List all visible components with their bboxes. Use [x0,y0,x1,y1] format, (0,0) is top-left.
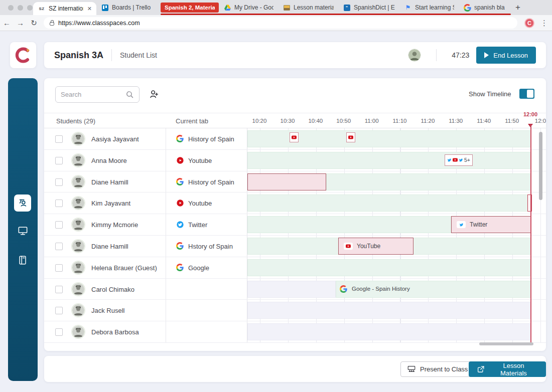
table-row[interactable]: Carol ChimakoGoogle - Spain History [44,279,546,300]
forward-button[interactable]: → [14,19,27,27]
row-checkbox[interactable] [55,264,63,272]
tab-label: Lesson materials - Tea [294,4,334,11]
new-tab-button[interactable]: + [511,0,525,15]
add-student-button[interactable] [149,89,160,102]
tab-favicon-image-icon [283,4,291,12]
timeline-twitter-chip[interactable]: Twitter [451,216,531,233]
search-box[interactable] [55,86,140,103]
back-button[interactable]: ← [0,19,14,27]
table-row[interactable]: Kimmy McmorieTwitterTwitter [44,214,546,236]
row-checkbox[interactable] [55,221,63,229]
current-tab-youtube-icon [176,199,184,207]
table-row[interactable]: Diane HamillHstory of SpainYouTube [44,236,546,257]
browser-tab[interactable]: ⚑Start learning Spanish [399,0,459,15]
timeline-strip [247,128,542,149]
tab-favicon-spanishdict-icon: “ [343,4,351,12]
time-tick-label: 10:30 [281,118,295,124]
timeline-idle-bar [247,302,531,319]
browser-tab[interactable]: “SpanishDict | English t [338,0,399,15]
maximize-window-button[interactable] [27,5,33,11]
row-checkbox[interactable] [55,200,63,207]
student-avatar [71,282,85,296]
timeline-youtube-marker[interactable] [290,132,299,142]
lesson-materials-button[interactable]: Lesson Materials [469,361,546,377]
header-divider-2 [436,49,437,61]
current-tab-cell [166,321,247,342]
table-row[interactable]: Debora Barbosa [44,321,546,343]
table-row[interactable]: Anna MooreYoutube5+ [44,150,546,171]
row-checkbox[interactable] [55,178,63,186]
present-to-class-button[interactable]: Present to Class [400,361,474,377]
browser-tab[interactable]: spanish bla - Google S [459,0,511,15]
app-logo[interactable] [10,42,36,68]
row-checkbox[interactable] [55,328,63,336]
browser-tab[interactable]: SZSZ international✕ [33,2,96,15]
timeline-idle-bar [247,323,531,340]
current-tab-label: History of Spain [188,135,234,143]
timeline-strip [247,192,542,214]
tab-label: SpanishDict | English t [354,4,395,11]
search-input[interactable] [61,91,125,98]
browser-tab[interactable]: Lesson materials - Tea [278,0,338,15]
present-screen-icon [407,365,416,374]
table-row[interactable]: Jack Rusell [44,300,546,321]
time-tick-label: 11:30 [449,118,463,124]
monitor-icon [17,225,29,237]
close-window-button[interactable] [8,5,14,11]
timeline-youtube-marker[interactable] [346,132,355,142]
table-row[interactable]: Aasiya JayavantHistory of Spain [44,128,546,150]
tab-label: spanish bla - Google S [474,4,506,11]
reload-button[interactable]: ↻ [27,19,41,28]
window-controls[interactable] [8,5,33,11]
student-name: Diane Hamill [91,178,128,186]
student-name: Aasiya Jayavant [91,135,139,143]
vertical-scrollbar[interactable] [539,132,542,200]
table-row[interactable]: Helena Brauer (Guest)Google [44,257,546,279]
current-tab-google-icon [176,264,184,272]
tab-close-icon[interactable]: ✕ [87,6,92,12]
current-tab-column-header: Current tab [176,117,208,125]
tab-label: My Drive - Google Driv [234,4,273,11]
row-checkbox[interactable] [55,157,63,164]
time-tick-label: 11:10 [393,118,407,124]
current-tab-label: Hstory of Spain [188,243,233,250]
student-rows: Aasiya JayavantHistory of SpainAnna Moor… [44,128,546,343]
teacher-avatar[interactable] [408,49,421,62]
browser-toolbar: ← → ↻ https://www.classspaces.com C ⋮ [0,15,552,31]
timeline-active-bar [247,216,451,233]
row-checkbox[interactable] [55,307,63,314]
external-link-icon [477,365,485,373]
sidebar-item-materials[interactable] [17,254,29,266]
student-avatar [71,132,85,146]
timeline-strip [247,300,542,321]
minimize-window-button[interactable] [18,5,23,11]
browser-tab[interactable]: My Drive - Google Driv [219,0,278,15]
timeline-event-sliver[interactable] [527,194,532,212]
current-tab-cell: History of Spain [166,171,247,192]
browser-tab[interactable]: Spanish 2, Materials [161,3,219,13]
timeline-multi-site-chip[interactable]: 5+ [445,154,473,166]
add-person-icon [149,89,160,100]
end-lesson-button[interactable]: End Lesson [476,47,536,64]
table-row[interactable]: Diane HamillHistory of Spain [44,171,546,193]
timeline-active-bar [247,259,531,276]
sidebar-item-screens[interactable] [17,225,29,237]
student-name: Diane Hamill [91,243,128,250]
browser-tab[interactable]: Boards | Trello [96,0,161,15]
address-bar[interactable]: https://www.classspaces.com [44,17,517,29]
timeline-youtube-chip[interactable]: YouTube [338,238,413,255]
horizontal-scrollbar[interactable] [479,342,533,345]
row-checkbox[interactable] [55,135,63,143]
timeline-axis: 10:2010:3010:4010:5011:0011:1011:2011:30… [247,113,542,129]
sidebar-item-students[interactable] [14,194,31,212]
browser-menu-icon[interactable]: ⋮ [540,19,548,28]
current-tab-google-icon [176,135,184,143]
student-list-panel: Show Timeline Students (29) Current tab … [44,78,546,351]
table-row[interactable]: Kim JayavantYoutube [44,192,546,214]
current-time-label: 12:00 [523,111,537,117]
browser-profile-avatar[interactable]: C [524,18,534,28]
show-timeline-toggle[interactable] [519,89,534,99]
row-checkbox[interactable] [55,286,63,293]
row-checkbox[interactable] [55,243,63,250]
book-icon [18,255,29,266]
